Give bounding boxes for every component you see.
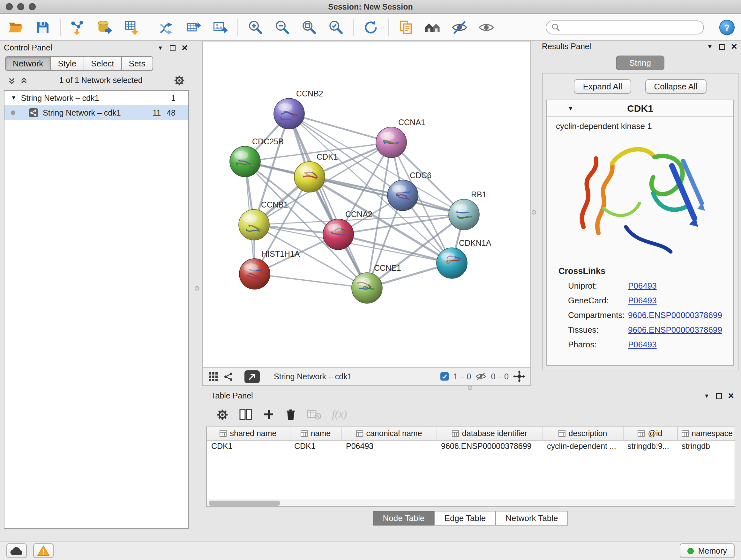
import-network-file-button[interactable] xyxy=(68,17,87,37)
crosslink-pharos[interactable]: P06493 xyxy=(628,340,657,349)
collapse-panel-icon[interactable]: ▼ xyxy=(707,44,713,50)
expand-all-icon[interactable] xyxy=(20,76,28,84)
export-image-button[interactable] xyxy=(211,17,230,37)
float-panel-icon[interactable] xyxy=(170,45,175,51)
float-panel-icon[interactable] xyxy=(716,393,722,399)
delete-column-icon[interactable] xyxy=(285,408,296,421)
collapse-panel-icon[interactable]: ▼ xyxy=(157,45,163,51)
network-node-RB1[interactable] xyxy=(449,199,479,230)
float-panel-icon[interactable] xyxy=(719,44,725,50)
export-view-button[interactable] xyxy=(245,370,260,383)
zoom-selected-button[interactable] xyxy=(326,17,345,37)
close-panel-icon[interactable]: × xyxy=(728,391,734,400)
network-node-CCNA1[interactable] xyxy=(376,127,407,158)
tab-string[interactable]: String xyxy=(616,56,664,70)
close-panel-icon[interactable]: × xyxy=(182,44,188,52)
tree-expand-icon[interactable]: ▼ xyxy=(11,95,17,101)
scrollbar-thumb[interactable] xyxy=(209,501,280,506)
zoom-window-button[interactable] xyxy=(29,3,36,10)
zoom-fit-button[interactable] xyxy=(299,17,319,37)
tab-network-table[interactable]: Network Table xyxy=(495,511,568,525)
network-node-CDC6[interactable] xyxy=(387,180,418,211)
selected-checkbox-icon[interactable] xyxy=(441,372,449,381)
collapse-section-icon[interactable]: ▼ xyxy=(567,105,574,111)
network-canvas[interactable]: CCNB2CCNA1CDC25BCDK1CDC6RB1CCNB1CCNA2CDK… xyxy=(203,42,530,367)
network-row[interactable]: String Network – cdk1 11 48 xyxy=(4,105,188,120)
collapse-all-button[interactable]: Collapse All xyxy=(645,79,706,94)
apply-layout-button[interactable] xyxy=(361,17,381,37)
network-node-CCNA2[interactable] xyxy=(323,219,354,250)
crosshair-icon[interactable] xyxy=(513,370,525,382)
splitter-handle[interactable] xyxy=(195,286,199,291)
network-collection-row[interactable]: ▼ String Network – cdk1 1 xyxy=(4,91,188,105)
minimize-window-button[interactable] xyxy=(17,3,24,10)
network-node-CDK1[interactable] xyxy=(294,162,325,192)
import-table-button[interactable] xyxy=(122,17,141,37)
close-window-button[interactable] xyxy=(6,3,13,10)
tab-network[interactable]: Network xyxy=(5,56,51,71)
cloud-status-button[interactable] xyxy=(6,543,27,558)
search-box[interactable] xyxy=(546,20,704,34)
crosslink-uniprot[interactable]: P06493 xyxy=(628,281,657,291)
tab-node-table[interactable]: Node Table xyxy=(373,511,434,525)
help-button[interactable]: ? xyxy=(719,19,735,35)
tab-select[interactable]: Select xyxy=(83,56,122,71)
zoom-out-button[interactable] xyxy=(273,17,292,37)
warnings-button[interactable] xyxy=(33,543,54,558)
network-node-CCNE1[interactable] xyxy=(352,273,382,303)
cell-namespace[interactable]: stringdb xyxy=(677,440,735,452)
crosslink-genecard[interactable]: P06493 xyxy=(628,296,657,305)
table-row[interactable]: CDK1 CDK1 P06493 9606.ENSP00000378699 cy… xyxy=(207,440,735,452)
collapse-all-icon[interactable] xyxy=(8,76,16,84)
crosslink-compartments[interactable]: 9606.ENSP00000378699 xyxy=(628,310,722,320)
network-node-CCNB1[interactable] xyxy=(239,209,269,240)
splitter-handle[interactable] xyxy=(468,386,472,390)
network-node-CDC25B[interactable] xyxy=(230,146,260,177)
copy-document-button[interactable] xyxy=(396,17,415,37)
column-header[interactable]: shared name xyxy=(207,427,290,440)
collapse-panel-icon[interactable]: ▼ xyxy=(704,393,710,399)
network-node-HIST1H1A[interactable] xyxy=(239,259,270,289)
tab-sets[interactable]: Sets xyxy=(121,56,153,71)
cell-canonical-name[interactable]: P06493 xyxy=(341,440,436,452)
gear-icon[interactable] xyxy=(174,75,185,86)
select-columns-icon[interactable] xyxy=(239,409,252,420)
import-network-database-button[interactable] xyxy=(95,17,114,37)
hidden-eye-icon[interactable] xyxy=(475,372,486,381)
cell-name[interactable]: CDK1 xyxy=(290,440,341,452)
protein-card-header[interactable]: ▼ CDK1 xyxy=(547,100,733,117)
network-node-CDKN1A[interactable] xyxy=(436,248,467,278)
splitter-handle[interactable] xyxy=(532,210,536,214)
cell-id[interactable]: stringdb:9... xyxy=(623,440,677,452)
cell-database-identifier[interactable]: 9606.ENSP00000378699 xyxy=(436,440,542,452)
hide-selected-button[interactable] xyxy=(450,17,469,37)
import-database-icon xyxy=(96,19,113,36)
cell-shared-name[interactable]: CDK1 xyxy=(207,440,290,452)
save-session-button[interactable] xyxy=(33,17,52,37)
zoom-in-button[interactable] xyxy=(246,17,265,37)
tab-edge-table[interactable]: Edge Table xyxy=(434,511,496,525)
crosslink-tissues[interactable]: 9606.ENSP00000378699 xyxy=(628,325,722,334)
network-overview-icon[interactable] xyxy=(223,371,233,381)
close-panel-icon[interactable]: × xyxy=(731,42,737,51)
column-header[interactable]: description xyxy=(542,427,623,440)
column-header[interactable]: namespace xyxy=(677,427,735,440)
cell-description[interactable]: cyclin-dependent ... xyxy=(542,440,623,452)
add-column-icon[interactable] xyxy=(263,409,274,420)
export-table-button[interactable] xyxy=(184,17,203,37)
search-input[interactable] xyxy=(563,23,698,32)
gear-icon[interactable] xyxy=(216,408,228,421)
column-header[interactable]: @id xyxy=(623,427,677,440)
column-header[interactable]: name xyxy=(290,427,341,440)
export-network-button[interactable] xyxy=(157,17,176,37)
home-pages-button[interactable] xyxy=(423,17,442,37)
open-session-button[interactable] xyxy=(6,17,25,37)
show-hidden-button[interactable] xyxy=(477,17,496,37)
grid-view-icon[interactable] xyxy=(208,371,218,381)
tab-style[interactable]: Style xyxy=(50,56,84,71)
expand-all-button[interactable]: Expand All xyxy=(574,79,631,94)
network-node-CCNB2[interactable] xyxy=(274,98,305,129)
column-header[interactable]: canonical name xyxy=(341,427,436,440)
memory-button[interactable]: Memory xyxy=(680,543,735,558)
column-header[interactable]: database identifier xyxy=(436,427,542,440)
